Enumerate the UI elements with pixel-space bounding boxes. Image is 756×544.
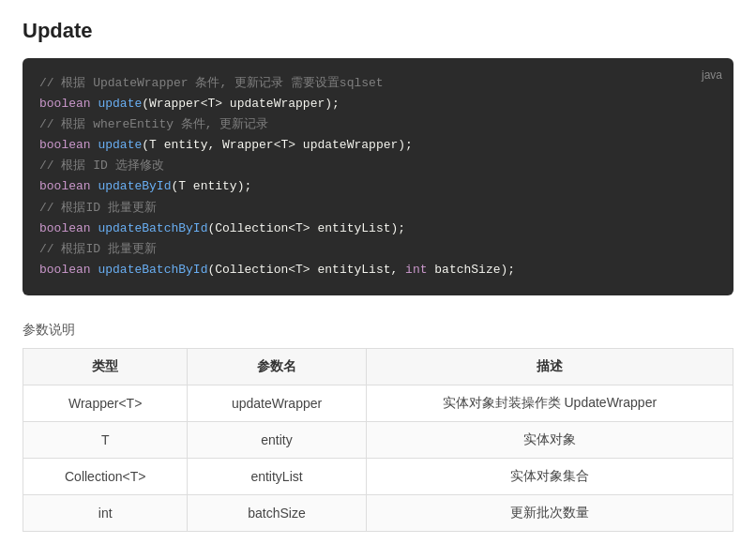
code-block: java // 根据 UpdateWrapper 条件, 更新记录 需要设置sq… <box>23 58 733 295</box>
code-line-6: boolean updateById(T entity); <box>39 176 717 197</box>
col-name-header: 参数名 <box>188 348 366 385</box>
code-line-3: // 根据 whereEntity 条件, 更新记录 <box>39 114 717 135</box>
code-lang-badge: java <box>702 66 722 84</box>
params-section-label: 参数说明 <box>23 322 733 339</box>
code-line-1: // 根据 UpdateWrapper 条件, 更新记录 需要设置sqlset <box>39 73 717 94</box>
code-line-5: // 根据 ID 选择修改 <box>39 156 717 176</box>
col-desc-header: 描述 <box>366 348 733 385</box>
cell-desc: 实体对象封装操作类 UpdateWrapper <box>366 385 733 421</box>
table-row: Collection<T> entityList 实体对象集合 <box>23 458 733 494</box>
cell-desc: 更新批次数量 <box>366 494 733 531</box>
cell-name: batchSize <box>188 494 366 531</box>
cell-type: Wrapper<T> <box>23 385 188 421</box>
code-line-2: boolean update(Wrapper<T> updateWrapper)… <box>39 94 717 114</box>
cell-desc: 实体对象 <box>366 421 733 458</box>
code-line-10: boolean updateBatchById(Collection<T> en… <box>39 260 717 280</box>
cell-desc: 实体对象集合 <box>366 458 733 494</box>
cell-name: updateWrapper <box>188 385 366 421</box>
col-type-header: 类型 <box>23 348 188 385</box>
code-line-4: boolean update(T entity, Wrapper<T> upda… <box>39 135 717 156</box>
code-line-9: // 根据ID 批量更新 <box>39 239 717 260</box>
cell-type: int <box>23 494 188 531</box>
code-line-8: boolean updateBatchById(Collection<T> en… <box>39 219 717 239</box>
page-title: Update <box>23 19 733 43</box>
cell-name: entity <box>188 421 366 458</box>
params-table: 类型 参数名 描述 Wrapper<T> updateWrapper 实体对象封… <box>23 348 733 532</box>
table-row: int batchSize 更新批次数量 <box>23 494 733 531</box>
table-row: T entity 实体对象 <box>23 421 733 458</box>
params-section: 参数说明 类型 参数名 描述 Wrapper<T> updateWrapper … <box>23 322 733 532</box>
cell-type: Collection<T> <box>23 458 188 494</box>
table-header-row: 类型 参数名 描述 <box>23 348 733 385</box>
code-line-7: // 根据ID 批量更新 <box>39 198 717 219</box>
table-row: Wrapper<T> updateWrapper 实体对象封装操作类 Updat… <box>23 385 733 421</box>
cell-name: entityList <box>188 458 366 494</box>
cell-type: T <box>23 421 188 458</box>
